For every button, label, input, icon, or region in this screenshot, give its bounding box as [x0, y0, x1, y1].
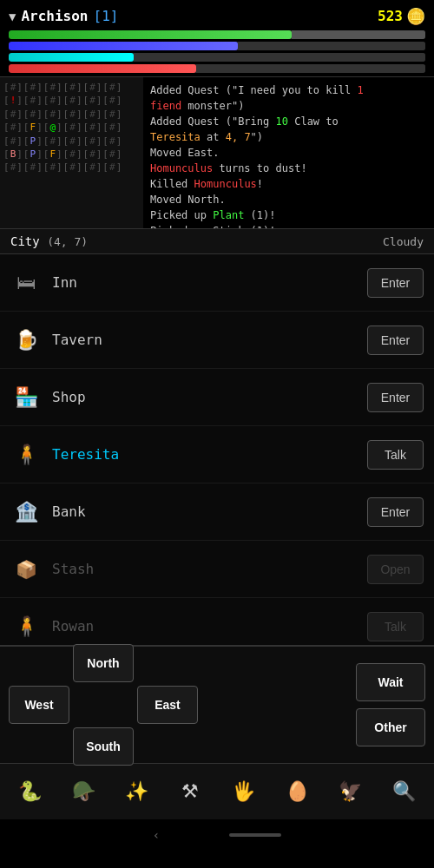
search-icon: 🔍 [392, 780, 416, 803]
search-toolbar-button[interactable]: 🔍 [385, 773, 423, 811]
shop-label: Shop [52, 389, 86, 405]
rowan-label: Rowan [52, 618, 94, 635]
rowan-icon: 🧍 [10, 611, 42, 642]
bottom-toolbar: 🐍 🪖 ✨ ⚒ 🖐 🥚 🦅 🔍 [0, 763, 434, 819]
log-text: Moved North. [150, 194, 226, 206]
city-weather: Cloudy [383, 235, 424, 248]
log-text: turns to dust! [213, 162, 306, 174]
log-highlight: Homunculus [150, 162, 213, 174]
tavern-label: Tavern [52, 332, 102, 348]
shop-icon: 🏪 [10, 382, 42, 413]
city-name-label: City [10, 234, 40, 248]
shop-enter-button[interactable]: Enter [367, 383, 424, 412]
city-title: City (4, 7) [10, 234, 88, 248]
log-text: Killed [150, 178, 194, 190]
stash-label: Stash [52, 561, 94, 577]
stamina-bar [9, 64, 425, 73]
egg-icon: 🥚 [286, 780, 309, 803]
list-item: 🏦 Bank Enter [0, 483, 434, 541]
stash-open-button[interactable]: Open [367, 555, 424, 584]
equipment-toolbar-button[interactable]: 🪖 [64, 773, 102, 811]
log-text: Added Quest ("Bring [150, 115, 276, 128]
coin-icon: 🪙 [406, 7, 425, 25]
log-text: Added Quest ("I need you to kill [150, 84, 357, 96]
list-item: 🏪 Shop Enter [0, 369, 434, 426]
log-text: Picked up [150, 209, 213, 221]
log-text: monster") [181, 100, 244, 112]
log-highlight: Plant [213, 209, 244, 221]
inn-enter-button[interactable]: Enter [367, 268, 424, 298]
tavern-enter-button[interactable]: Enter [367, 326, 424, 355]
west-button[interactable]: West [9, 686, 69, 724]
log-highlight: Homunculus [194, 178, 257, 190]
list-item: 🧍 Teresita Talk [0, 426, 434, 483]
location-left: 🧍 Rowan [10, 611, 367, 642]
log-highlight: 1 [357, 84, 363, 96]
north-button[interactable]: North [73, 644, 134, 682]
list-item: 📦 Stash Open [0, 541, 434, 598]
city-header: City (4, 7) Cloudy [0, 229, 434, 254]
mp-bar [9, 42, 425, 50]
teresita-label: Teresita [52, 446, 119, 463]
bank-enter-button[interactable]: Enter [367, 497, 424, 527]
other-button[interactable]: Other [356, 708, 425, 746]
navigation-panel: North West East South Wait Other [0, 646, 434, 763]
interact-toolbar-button[interactable]: 🖐 [225, 773, 263, 811]
inn-icon: 🛏 [10, 267, 42, 299]
character-level: [1] [94, 8, 119, 24]
bank-icon: 🏦 [10, 496, 42, 528]
gold-display: 523 🪙 [378, 7, 425, 25]
equipment-icon: 🪖 [72, 780, 95, 803]
skills-icon: 🐍 [18, 780, 42, 803]
hp-bar [9, 30, 425, 39]
hp-fill [9, 30, 292, 39]
location-left: 🏦 Bank [10, 496, 367, 528]
gold-amount: 523 [378, 8, 403, 24]
log-text: ") [251, 131, 263, 143]
log-text: at [201, 131, 226, 143]
magic-icon: ✨ [125, 780, 148, 803]
map-panel: [#][#][#][#][#][#] [!][#][#][#][#][#] [#… [0, 77, 143, 228]
log-text: Moved East. [150, 147, 219, 159]
crafting-icon: ⚒ [181, 780, 199, 803]
direction-pad: North West East South [9, 644, 198, 766]
list-item: 🧍 Rowan Talk [0, 598, 434, 645]
magic-toolbar-button[interactable]: ✨ [118, 773, 156, 811]
wait-button[interactable]: Wait [356, 663, 425, 701]
dropdown-arrow-icon[interactable]: ▼ [9, 10, 16, 23]
south-button[interactable]: South [73, 727, 134, 766]
log-panel: Added Quest ("I need you to kill 1 fiend… [143, 77, 434, 228]
xp-bar [9, 53, 425, 62]
log-text: Picked up Stick (1)! [150, 225, 276, 228]
teresita-icon: 🧍 [10, 439, 42, 470]
nav-actions: Wait Other [356, 663, 425, 746]
log-text: ! [257, 178, 263, 190]
crafting-toolbar-button[interactable]: ⚒ [171, 773, 209, 811]
system-nav-bar: ‹ [0, 819, 434, 850]
list-item: 🛏 Inn Enter [0, 254, 434, 312]
inn-label: Inn [52, 274, 77, 291]
summon-toolbar-button[interactable]: 🦅 [332, 773, 370, 811]
log-highlight: 4, 7 [226, 131, 251, 143]
skills-toolbar-button[interactable]: 🐍 [11, 773, 49, 811]
city-panel: City (4, 7) Cloudy 🛏 Inn Enter 🍺 Tavern … [0, 228, 434, 646]
rowan-talk-button[interactable]: Talk [367, 612, 424, 641]
log-content: Added Quest ("I need you to kill 1 fiend… [150, 82, 427, 228]
main-area: [#][#][#][#][#][#] [!][#][#][#][#][#] [#… [0, 76, 434, 228]
list-item: 🍺 Tavern Enter [0, 312, 434, 369]
city-coords: (4, 7) [47, 235, 88, 248]
log-text: (1)! [244, 209, 275, 221]
header-left: ▼ Archison [1] [9, 8, 118, 24]
bank-label: Bank [52, 503, 86, 520]
east-button[interactable]: East [137, 686, 198, 724]
teresita-talk-button[interactable]: Talk [367, 440, 424, 470]
location-left: 🧍 Teresita [10, 439, 367, 470]
character-name: Archison [21, 8, 88, 24]
location-left: 📦 Stash [10, 554, 367, 585]
egg-toolbar-button[interactable]: 🥚 [278, 773, 316, 811]
sys-back-button[interactable]: ‹ [153, 828, 160, 842]
location-left: 🛏 Inn [10, 267, 367, 299]
location-list[interactable]: 🛏 Inn Enter 🍺 Tavern Enter 🏪 Shop Enter … [0, 254, 434, 645]
stat-bars [0, 29, 434, 76]
sys-home-indicator [229, 833, 281, 837]
